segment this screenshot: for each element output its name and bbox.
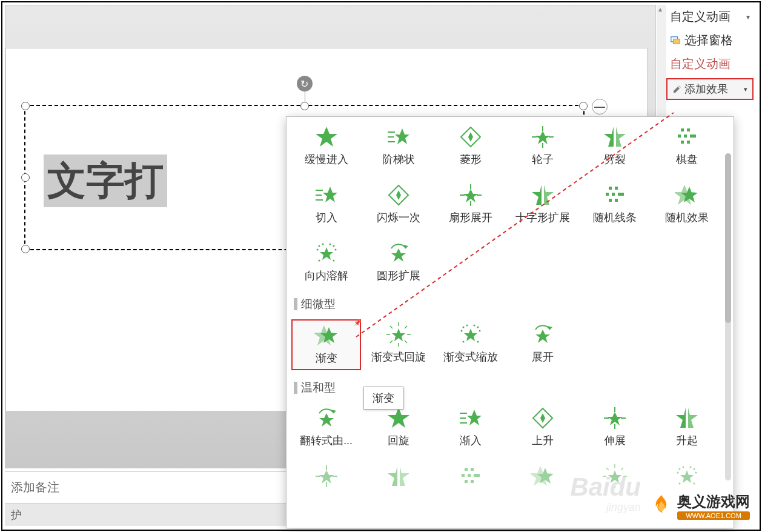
svg-marker-82: [388, 408, 409, 428]
effect-label: 缓慢进入: [305, 152, 348, 167]
star-icon: [529, 407, 556, 430]
svg-line-64: [390, 326, 393, 328]
svg-marker-29: [396, 190, 401, 200]
star-icon: [674, 407, 700, 430]
svg-rect-105: [462, 474, 465, 477]
star-icon: [313, 125, 340, 148]
effect-item[interactable]: 随机效果: [652, 180, 721, 228]
effect-item[interactable]: 渐入: [436, 403, 505, 451]
star-icon: [457, 125, 484, 148]
resize-handle[interactable]: [21, 173, 30, 182]
select-pane-button[interactable]: 选择窗格: [665, 28, 755, 52]
effect-item[interactable]: [363, 461, 433, 495]
effect-item[interactable]: [580, 461, 649, 495]
effect-item[interactable]: 阶梯状: [363, 122, 433, 170]
effect-item[interactable]: 十字形扩展: [508, 180, 577, 228]
section-label: 细微型: [301, 296, 336, 312]
svg-rect-19: [684, 135, 687, 138]
star-icon: [457, 465, 484, 488]
effect-item[interactable]: 渐变📌: [291, 319, 361, 370]
effect-item[interactable]: 扇形展开: [436, 180, 505, 228]
effects-scrollbar[interactable]: [725, 153, 731, 480]
collapse-button[interactable]: —: [592, 99, 608, 115]
add-effect-button[interactable]: 添加效果 ▾: [666, 78, 754, 100]
effect-label: 扇形展开: [449, 210, 492, 225]
effect-item[interactable]: 翻转式由...: [291, 403, 361, 451]
effect-item[interactable]: [652, 461, 721, 495]
effect-item[interactable]: 圆形扩展: [363, 238, 433, 287]
effect-label: 渐变: [316, 351, 337, 365]
svg-marker-57: [391, 248, 406, 262]
custom-animation-link[interactable]: 自定义动画: [665, 52, 755, 76]
svg-rect-21: [681, 141, 684, 144]
effect-item[interactable]: 随机线条: [580, 180, 649, 228]
svg-rect-23: [693, 135, 696, 138]
effects-picker-panel: 缓慢进入阶梯状菱形轮子劈裂棋盘 切入闪烁一次扇形展开十字形扩展随机线条随机效果 …: [286, 116, 734, 528]
pencil-icon: [672, 84, 682, 94]
svg-point-74: [479, 330, 480, 332]
select-pane-icon: [670, 35, 681, 46]
svg-rect-44: [621, 193, 624, 196]
rotate-handle-icon[interactable]: ↻: [297, 76, 313, 91]
effect-item[interactable]: 升起: [652, 403, 721, 451]
star-icon: [529, 184, 556, 207]
effect-item[interactable]: [508, 461, 577, 495]
star-icon: [313, 465, 340, 488]
effect-item[interactable]: 伸展: [580, 403, 649, 451]
svg-rect-37: [609, 187, 612, 190]
star-icon: [674, 465, 700, 488]
effect-item[interactable]: [291, 461, 361, 495]
svg-line-117: [606, 468, 609, 470]
svg-point-122: [678, 468, 680, 470]
effect-label: 圆形扩展: [377, 268, 420, 283]
star-icon: [385, 323, 412, 346]
star-icon: [457, 184, 484, 207]
star-icon: [601, 407, 628, 430]
effect-item[interactable]: 向内溶解: [291, 238, 361, 287]
svg-point-125: [693, 468, 695, 470]
effect-item[interactable]: 轮子: [508, 122, 577, 170]
resize-handle[interactable]: [21, 245, 30, 253]
svg-point-52: [334, 249, 336, 251]
svg-marker-93: [608, 412, 622, 425]
effect-item[interactable]: 缓慢进入: [291, 122, 361, 170]
custom-animation-dropdown[interactable]: 自定义动画 ▾: [665, 5, 755, 28]
svg-rect-103: [465, 468, 468, 471]
effect-item[interactable]: 渐变式缩放: [436, 319, 505, 370]
effect-item[interactable]: 回旋: [363, 403, 433, 451]
svg-marker-88: [540, 413, 545, 423]
star-icon: [313, 324, 340, 347]
star-icon: [601, 465, 628, 488]
svg-rect-18: [678, 135, 681, 138]
svg-point-75: [462, 341, 464, 343]
svg-point-69: [462, 327, 464, 328]
svg-rect-20: [690, 135, 693, 138]
effect-item[interactable]: 棋盘: [652, 122, 721, 170]
resize-handle[interactable]: [579, 102, 588, 110]
effect-item[interactable]: 展开: [508, 319, 577, 370]
section-moderate: 温和型: [287, 375, 734, 398]
svg-rect-106: [468, 474, 471, 477]
resize-handle[interactable]: [21, 102, 30, 110]
effect-item[interactable]: 切入: [291, 180, 361, 228]
effect-item[interactable]: 闪烁一次: [363, 180, 433, 228]
star-icon: [313, 407, 340, 430]
svg-rect-108: [465, 480, 468, 483]
svg-marker-86: [467, 410, 482, 425]
effect-label: 随机线条: [593, 210, 637, 225]
star-icon: [529, 465, 556, 488]
svg-marker-34: [463, 189, 478, 202]
resize-handle[interactable]: [300, 102, 309, 110]
svg-point-129: [693, 483, 695, 485]
slide-text-content[interactable]: 文字打: [44, 155, 167, 207]
svg-marker-2: [316, 127, 337, 147]
effect-item[interactable]: [436, 461, 505, 495]
effect-item[interactable]: 劈裂: [580, 122, 649, 170]
svg-marker-8: [468, 132, 473, 142]
effect-label: 轮子: [532, 152, 554, 167]
effect-label: 随机效果: [665, 210, 709, 225]
effect-item[interactable]: 菱形: [436, 122, 505, 170]
effect-item[interactable]: 上升: [508, 403, 577, 451]
dropdown-label: 自定义动画: [670, 8, 731, 25]
effect-item[interactable]: 渐变式回旋: [363, 319, 433, 370]
